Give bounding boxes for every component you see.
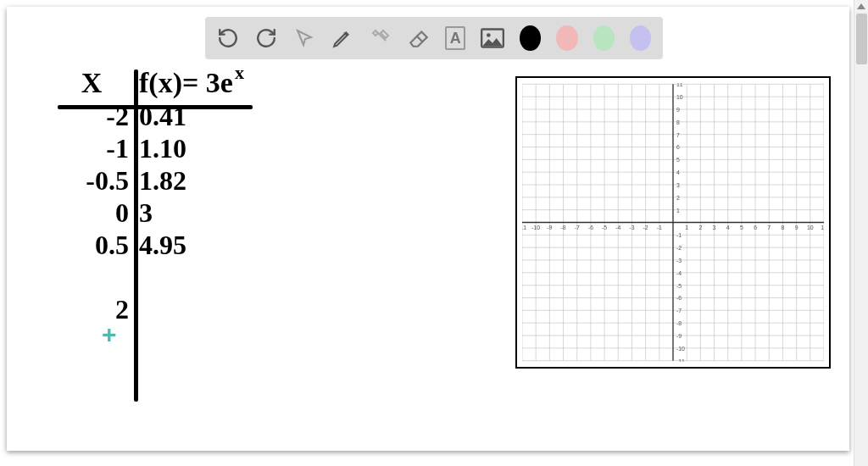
undo-button[interactable] (217, 25, 240, 52)
table-header-fx: f(x)= 3ex (134, 66, 295, 100)
color-green[interactable] (593, 25, 615, 51)
svg-text:-11: -11 (522, 225, 526, 230)
tools-button[interactable] (369, 25, 392, 52)
svg-text:-9: -9 (547, 225, 552, 230)
svg-text:2: 2 (676, 195, 680, 201)
svg-text:3: 3 (676, 182, 680, 188)
svg-text:9: 9 (676, 107, 680, 113)
svg-text:10: 10 (807, 225, 814, 230)
fx-6 (134, 293, 295, 325)
svg-text:-3: -3 (629, 225, 634, 230)
svg-text:-5: -5 (602, 225, 607, 230)
color-pink[interactable] (556, 25, 577, 51)
svg-point-1 (487, 33, 491, 37)
svg-text:5: 5 (676, 157, 680, 163)
svg-text:6: 6 (676, 144, 680, 150)
svg-text:-4: -4 (615, 225, 620, 230)
svg-text:-6: -6 (676, 295, 682, 301)
svg-text:-4: -4 (676, 270, 682, 276)
svg-text:4: 4 (676, 169, 680, 175)
svg-text:-6: -6 (588, 225, 593, 230)
drawing-toolbar: A (205, 17, 663, 59)
svg-text:4: 4 (726, 225, 730, 230)
fx-2: 1.82 (134, 164, 295, 197)
text-tool[interactable]: A (445, 26, 465, 50)
fx-4: 4.95 (134, 229, 295, 261)
svg-text:5: 5 (740, 225, 743, 230)
fx-5 (134, 261, 295, 293)
x-4: 0.5 (49, 229, 134, 261)
eraser-tool[interactable] (407, 25, 430, 52)
svg-text:-1: -1 (676, 232, 682, 238)
fx-0: 0.41 (134, 100, 295, 132)
grid-svg: -11-10-9-8-7-6-5-4-3-2-11234567891011 -1… (522, 83, 824, 362)
svg-text:11: 11 (676, 83, 683, 87)
svg-text:-10: -10 (676, 346, 685, 352)
svg-text:6: 6 (754, 225, 757, 230)
vertical-scrollbar[interactable] (854, 0, 868, 466)
svg-text:-2: -2 (643, 225, 648, 230)
svg-text:7: 7 (767, 225, 771, 230)
fx-3: 3 (134, 197, 295, 229)
whiteboard-stage[interactable]: A X f(x)= 3ex -2 0.41 -1 1.10 -0.5 1.82 … (7, 7, 849, 451)
svg-text:-2: -2 (676, 245, 682, 251)
x-1: -1 (49, 132, 134, 164)
svg-text:10: 10 (676, 94, 683, 100)
color-purple[interactable] (630, 25, 651, 51)
x-5: 1 (49, 261, 134, 293)
svg-text:-7: -7 (676, 308, 682, 313)
svg-text:1: 1 (676, 208, 680, 214)
fx-1: 1.10 (134, 132, 295, 164)
redo-button[interactable] (255, 25, 278, 52)
image-tool[interactable] (481, 25, 504, 52)
svg-text:8: 8 (676, 119, 680, 125)
svg-text:3: 3 (713, 225, 716, 230)
table-header-x: X (49, 66, 134, 100)
pencil-tool[interactable] (331, 25, 354, 52)
svg-text:-1: -1 (657, 225, 662, 230)
svg-text:-10: -10 (531, 225, 540, 230)
svg-text:8: 8 (782, 225, 785, 230)
coordinate-grid[interactable]: -11-10-9-8-7-6-5-4-3-2-11234567891011 -1… (522, 83, 824, 362)
handwritten-table: X f(x)= 3ex -2 0.41 -1 1.10 -0.5 1.82 0 … (49, 66, 312, 422)
pointer-tool[interactable] (293, 25, 316, 52)
fx-exponent: x (235, 62, 244, 83)
svg-text:-8: -8 (676, 320, 682, 326)
svg-text:11: 11 (821, 225, 824, 230)
color-black[interactable] (520, 25, 541, 51)
graph-frame: -11-10-9-8-7-6-5-4-3-2-11234567891011 -1… (515, 76, 831, 369)
svg-text:1: 1 (685, 225, 688, 230)
fx-label: f(x)= 3e (139, 67, 233, 98)
svg-text:-7: -7 (575, 225, 580, 230)
svg-text:7: 7 (676, 132, 680, 138)
svg-text:-3: -3 (676, 258, 682, 264)
svg-text:-5: -5 (676, 283, 682, 289)
svg-text:2: 2 (698, 225, 702, 230)
svg-text:-9: -9 (676, 333, 682, 339)
x-6: 2 (49, 293, 134, 325)
x-2: -0.5 (49, 164, 134, 197)
x-0: -2 (49, 100, 134, 132)
x-3: 0 (49, 197, 134, 229)
svg-text:-8: -8 (560, 225, 565, 230)
svg-text:-11: -11 (676, 358, 685, 362)
svg-text:9: 9 (795, 225, 798, 230)
